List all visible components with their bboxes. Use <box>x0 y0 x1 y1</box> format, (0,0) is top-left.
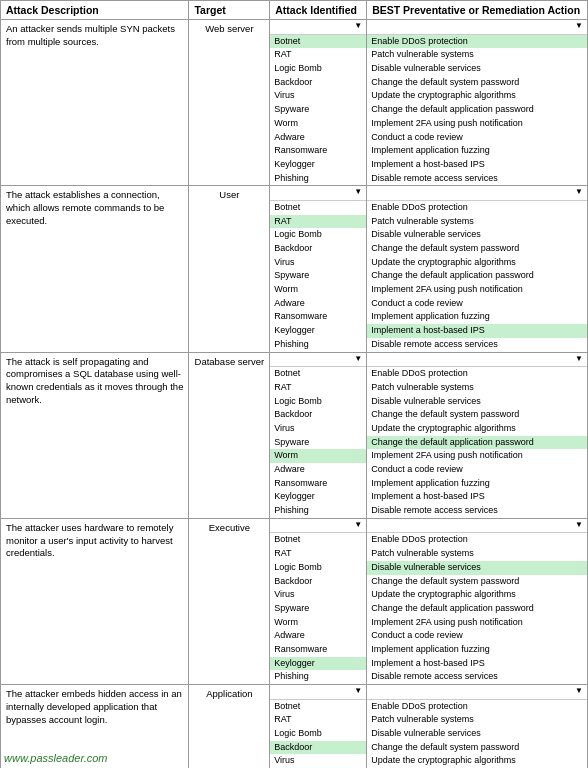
action-item[interactable]: Change the default system password <box>367 408 587 422</box>
attack-item[interactable]: Backdoor <box>270 575 366 589</box>
attack-item[interactable]: Phishing <box>270 338 366 352</box>
attack-item[interactable]: Spyware <box>270 269 366 283</box>
action-list[interactable]: ▼Enable DDoS protectionPatch vulnerable … <box>367 685 588 769</box>
attack-item[interactable]: Ransomware <box>270 477 366 491</box>
attack-item[interactable]: Adware <box>270 463 366 477</box>
attack-item[interactable]: Keylogger <box>270 324 366 338</box>
action-item[interactable]: Disable remote access services <box>367 338 587 352</box>
action-item[interactable]: Disable remote access services <box>367 504 587 518</box>
action-item[interactable]: Change the default system password <box>367 741 587 755</box>
attack-item[interactable]: Botnet <box>270 533 366 547</box>
attack-item[interactable]: Botnet <box>270 34 366 48</box>
action-item[interactable]: Patch vulnerable systems <box>367 713 587 727</box>
attack-item[interactable]: Worm <box>270 449 366 463</box>
attack-item[interactable]: Botnet <box>270 699 366 713</box>
attack-item[interactable]: Logic Bomb <box>270 228 366 242</box>
attack-item[interactable]: Virus <box>270 754 366 768</box>
attack-item[interactable]: Virus <box>270 256 366 270</box>
action-list[interactable]: ▼Enable DDoS protectionPatch vulnerable … <box>367 186 588 352</box>
action-item[interactable]: Implement a host-based IPS <box>367 657 587 671</box>
attack-item[interactable]: Botnet <box>270 200 366 214</box>
action-item[interactable]: Conduct a code review <box>367 463 587 477</box>
attack-item[interactable]: RAT <box>270 48 366 62</box>
action-item[interactable]: Conduct a code review <box>367 297 587 311</box>
action-item[interactable]: Update the cryptographic algorithms <box>367 89 587 103</box>
action-item[interactable]: Disable remote access services <box>367 670 587 684</box>
attack-item[interactable]: Keylogger <box>270 490 366 504</box>
action-list[interactable]: ▼Enable DDoS protectionPatch vulnerable … <box>367 20 588 186</box>
action-item[interactable]: Patch vulnerable systems <box>367 215 587 229</box>
attack-item[interactable]: Adware <box>270 131 366 145</box>
action-item[interactable]: Implement a host-based IPS <box>367 490 587 504</box>
attack-item[interactable]: RAT <box>270 713 366 727</box>
attack-item[interactable]: Spyware <box>270 436 366 450</box>
action-item[interactable]: Implement 2FA using push notification <box>367 449 587 463</box>
action-item[interactable]: Implement 2FA using push notification <box>367 616 587 630</box>
attack-list[interactable]: ▼BotnetRATLogic BombBackdoorVirusSpyware… <box>270 20 367 186</box>
attack-item[interactable]: Phishing <box>270 172 366 186</box>
action-item[interactable]: Disable vulnerable services <box>367 62 587 76</box>
action-item[interactable]: Change the default application password <box>367 103 587 117</box>
attack-item[interactable]: Worm <box>270 616 366 630</box>
attack-item[interactable]: Backdoor <box>270 741 366 755</box>
attack-item[interactable]: Keylogger <box>270 657 366 671</box>
attack-item[interactable]: RAT <box>270 381 366 395</box>
action-item[interactable]: Change the default system password <box>367 242 587 256</box>
action-item[interactable]: Disable remote access services <box>367 172 587 186</box>
attack-list[interactable]: ▼BotnetRATLogic BombBackdoorVirusSpyware… <box>270 352 367 518</box>
action-item[interactable]: Update the cryptographic algorithms <box>367 754 587 768</box>
attack-item[interactable]: Backdoor <box>270 76 366 90</box>
attack-item[interactable]: Phishing <box>270 670 366 684</box>
attack-item[interactable]: Virus <box>270 422 366 436</box>
action-item[interactable]: Change the default application password <box>367 436 587 450</box>
action-item[interactable]: Implement application fuzzing <box>367 477 587 491</box>
action-item[interactable]: Update the cryptographic algorithms <box>367 256 587 270</box>
action-item[interactable]: Disable vulnerable services <box>367 727 587 741</box>
action-list[interactable]: ▼Enable DDoS protectionPatch vulnerable … <box>367 352 588 518</box>
action-item[interactable]: Patch vulnerable systems <box>367 381 587 395</box>
attack-item[interactable]: RAT <box>270 547 366 561</box>
action-item[interactable]: Enable DDoS protection <box>367 533 587 547</box>
action-item[interactable]: Disable vulnerable services <box>367 228 587 242</box>
attack-item[interactable]: Logic Bomb <box>270 727 366 741</box>
attack-item[interactable]: Spyware <box>270 103 366 117</box>
attack-item[interactable]: Virus <box>270 588 366 602</box>
attack-item[interactable]: Spyware <box>270 602 366 616</box>
action-item[interactable]: Change the default application password <box>367 269 587 283</box>
action-item[interactable]: Implement a host-based IPS <box>367 324 587 338</box>
attack-item[interactable]: Phishing <box>270 504 366 518</box>
attack-list[interactable]: ▼BotnetRATLogic BombBackdoorVirusSpyware… <box>270 518 367 684</box>
action-item[interactable]: Implement application fuzzing <box>367 643 587 657</box>
action-item[interactable]: Enable DDoS protection <box>367 699 587 713</box>
attack-item[interactable]: Ransomware <box>270 310 366 324</box>
action-item[interactable]: Change the default system password <box>367 76 587 90</box>
attack-item[interactable]: Logic Bomb <box>270 561 366 575</box>
action-item[interactable]: Update the cryptographic algorithms <box>367 588 587 602</box>
attack-item[interactable]: Logic Bomb <box>270 62 366 76</box>
action-item[interactable]: Implement 2FA using push notification <box>367 283 587 297</box>
action-item[interactable]: Conduct a code review <box>367 629 587 643</box>
action-item[interactable]: Patch vulnerable systems <box>367 48 587 62</box>
attack-item[interactable]: Adware <box>270 629 366 643</box>
action-item[interactable]: Disable vulnerable services <box>367 561 587 575</box>
action-item[interactable]: Implement a host-based IPS <box>367 158 587 172</box>
action-item[interactable]: Change the default application password <box>367 602 587 616</box>
action-item[interactable]: Enable DDoS protection <box>367 34 587 48</box>
action-item[interactable]: Update the cryptographic algorithms <box>367 422 587 436</box>
action-item[interactable]: Implement application fuzzing <box>367 310 587 324</box>
action-item[interactable]: Conduct a code review <box>367 131 587 145</box>
attack-item[interactable]: Ransomware <box>270 643 366 657</box>
attack-list[interactable]: ▼BotnetRATLogic BombBackdoorVirusSpyware… <box>270 685 367 769</box>
attack-item[interactable]: Worm <box>270 283 366 297</box>
attack-item[interactable]: Backdoor <box>270 242 366 256</box>
action-item[interactable]: Disable vulnerable services <box>367 395 587 409</box>
attack-item[interactable]: Botnet <box>270 367 366 381</box>
attack-item[interactable]: Virus <box>270 89 366 103</box>
action-item[interactable]: Patch vulnerable systems <box>367 547 587 561</box>
action-item[interactable]: Change the default system password <box>367 575 587 589</box>
attack-item[interactable]: Ransomware <box>270 144 366 158</box>
attack-item[interactable]: Adware <box>270 297 366 311</box>
attack-item[interactable]: RAT <box>270 215 366 229</box>
action-item[interactable]: Implement 2FA using push notification <box>367 117 587 131</box>
attack-item[interactable]: Backdoor <box>270 408 366 422</box>
